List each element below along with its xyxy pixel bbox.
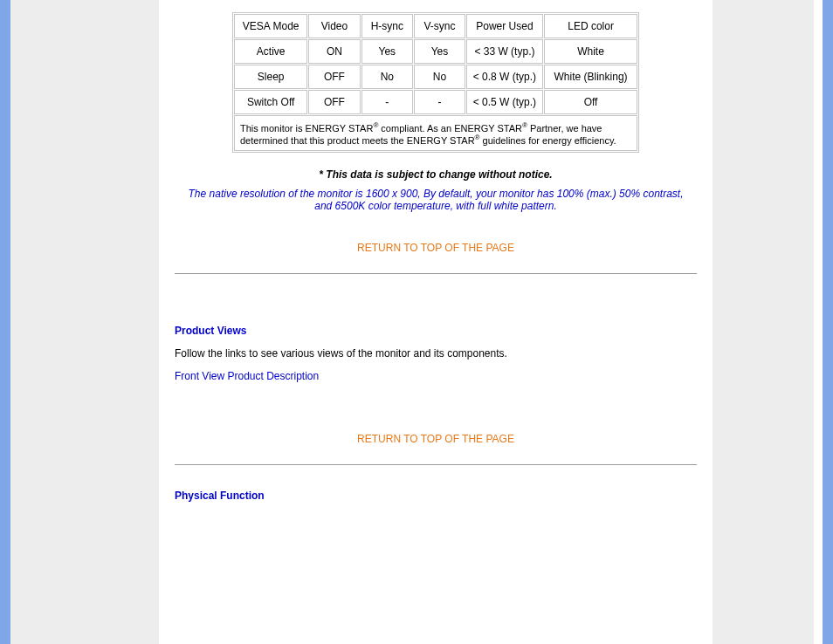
energy-star-footnote: This monitor is ENERGY STAR® compliant. … bbox=[234, 115, 637, 151]
col-hsync: H-sync bbox=[361, 14, 414, 38]
table-header-row: VESA Mode Video H-sync V-sync Power Used… bbox=[234, 14, 637, 38]
product-views-text: Follow the links to see various views of… bbox=[175, 347, 697, 360]
table-row: Sleep OFF No No < 0.8 W (typ.) White (Bl… bbox=[234, 65, 637, 89]
table-row: Switch Off OFF - - < 0.5 W (typ.) Off bbox=[234, 90, 637, 114]
divider bbox=[175, 464, 697, 465]
table-row: Active ON Yes Yes < 33 W (typ.) White bbox=[234, 39, 637, 64]
resolution-note: The native resolution of the monitor is … bbox=[175, 188, 697, 212]
left-blue-bar bbox=[0, 0, 10, 644]
return-to-top-link[interactable]: RETURN TO TOP OF THE PAGE bbox=[175, 242, 697, 254]
main-content: VESA Mode Video H-sync V-sync Power Used… bbox=[159, 0, 713, 644]
return-to-top-link[interactable]: RETURN TO TOP OF THE PAGE bbox=[175, 433, 697, 445]
left-sidebar bbox=[10, 0, 159, 644]
right-sidebar bbox=[713, 0, 814, 644]
product-views-heading: Product Views bbox=[175, 325, 697, 337]
front-view-link[interactable]: Front View Product Description bbox=[175, 370, 319, 382]
physical-function-heading: Physical Function bbox=[175, 490, 697, 502]
right-gap bbox=[814, 0, 823, 644]
right-blue-bar bbox=[823, 0, 833, 644]
col-led-color: LED color bbox=[544, 14, 637, 38]
col-vsync: V-sync bbox=[414, 14, 465, 38]
table-footnote-row: This monitor is ENERGY STAR® compliant. … bbox=[234, 115, 637, 151]
power-management-table: VESA Mode Video H-sync V-sync Power Used… bbox=[232, 12, 639, 153]
col-power-used: Power Used bbox=[466, 14, 543, 38]
divider bbox=[175, 273, 697, 274]
change-notice: * This data is subject to change without… bbox=[175, 168, 697, 181]
col-vesa-mode: VESA Mode bbox=[234, 14, 307, 38]
col-video: Video bbox=[308, 14, 360, 38]
